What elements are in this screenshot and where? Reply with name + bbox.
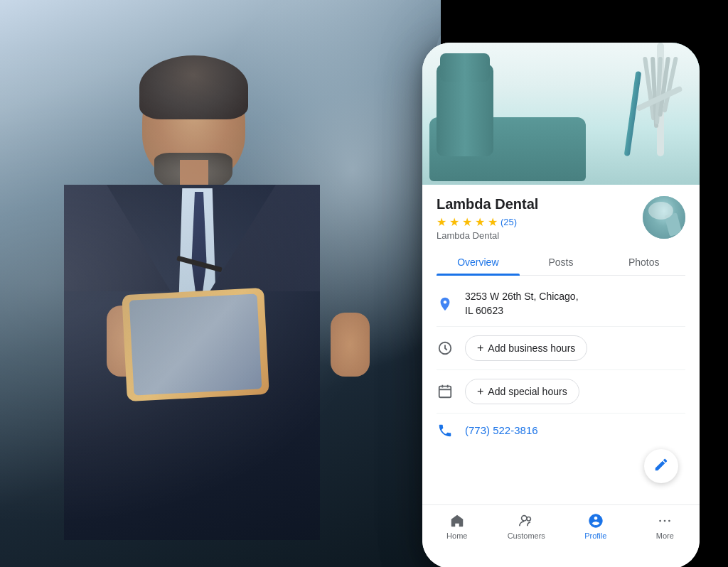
add-special-hours-label: Add special hours: [488, 386, 567, 397]
business-hours-row: + Add business hours: [437, 327, 685, 370]
special-hours-content: + Add special hours: [465, 379, 685, 404]
phone-number[interactable]: (773) 522-3816: [465, 424, 538, 436]
business-content: Lambda Dental ★ ★ ★ ★ ★ (25) Lambda Dent…: [422, 185, 700, 453]
tab-overview[interactable]: Overview: [437, 249, 520, 275]
star-2: ★: [449, 215, 459, 229]
svg-point-4: [659, 520, 661, 522]
star-5: ★: [488, 215, 498, 229]
edit-icon: [653, 457, 669, 476]
avatar-image: [643, 196, 685, 239]
profile-icon: [587, 512, 604, 529]
home-icon: [449, 512, 466, 529]
nav-home[interactable]: Home: [422, 512, 492, 540]
nav-customers-label: Customers: [508, 531, 545, 540]
customers-icon: [518, 512, 535, 529]
tab-posts[interactable]: Posts: [520, 249, 603, 275]
nav-profile[interactable]: Profile: [561, 512, 631, 540]
clock-icon: [437, 340, 454, 357]
phone-mockup: Lambda Dental ★ ★ ★ ★ ★ (25) Lambda Dent…: [437, 21, 714, 547]
svg-point-3: [527, 517, 531, 522]
address-line1: 3253 W 26th St, Chicago, IL 60623: [465, 290, 685, 318]
tabs-row: Overview Posts Photos: [437, 249, 685, 276]
address-row: 3253 W 26th St, Chicago, IL 60623: [437, 281, 685, 327]
background-photo: [0, 0, 441, 567]
phone-icon: [437, 422, 454, 439]
stars-row: ★ ★ ★ ★ ★ (25): [437, 215, 643, 229]
phone-screen: Lambda Dental ★ ★ ★ ★ ★ (25) Lambda Dent…: [422, 43, 700, 567]
tab-photos[interactable]: Photos: [602, 249, 685, 275]
phone-row: (773) 522-3816: [437, 414, 685, 448]
svg-point-2: [522, 516, 527, 521]
business-subtitle: Lambda Dental: [437, 230, 643, 241]
location-icon: [437, 296, 454, 313]
nav-profile-label: Profile: [584, 531, 606, 540]
review-count[interactable]: (25): [500, 217, 517, 227]
nav-customers[interactable]: Customers: [492, 512, 562, 540]
business-name: Lambda Dental: [437, 196, 643, 212]
nav-home-label: Home: [446, 531, 467, 540]
add-business-hours-label: Add business hours: [488, 342, 575, 354]
phone-content-area: (773) 522-3816: [465, 424, 685, 437]
special-hours-row: + Add special hours: [437, 370, 685, 414]
fab-edit-button[interactable]: [644, 449, 678, 483]
plus-icon: +: [477, 342, 483, 355]
nav-more[interactable]: More: [631, 512, 700, 540]
plus-icon-2: +: [477, 385, 483, 398]
add-business-hours-button[interactable]: + Add business hours: [465, 335, 587, 361]
add-special-hours-button[interactable]: + Add special hours: [465, 379, 579, 404]
info-section: 3253 W 26th St, Chicago, IL 60623: [437, 276, 685, 453]
hero-image: [422, 43, 700, 185]
business-avatar: [643, 196, 685, 239]
business-header: Lambda Dental ★ ★ ★ ★ ★ (25) Lambda Dent…: [437, 185, 685, 241]
star-3: ★: [462, 215, 472, 229]
business-info: Lambda Dental ★ ★ ★ ★ ★ (25) Lambda Dent…: [437, 196, 643, 241]
more-icon: [656, 512, 673, 529]
nav-more-label: More: [656, 531, 674, 540]
bottom-nav: Home Customers: [422, 504, 700, 567]
svg-point-5: [664, 520, 666, 522]
calendar-icon: [437, 383, 454, 400]
hours-content: + Add business hours: [465, 335, 685, 361]
svg-rect-1: [439, 387, 451, 398]
address-content: 3253 W 26th St, Chicago, IL 60623: [465, 290, 685, 318]
svg-point-6: [668, 520, 670, 522]
star-4: ★: [475, 215, 485, 229]
star-1: ★: [437, 215, 446, 229]
